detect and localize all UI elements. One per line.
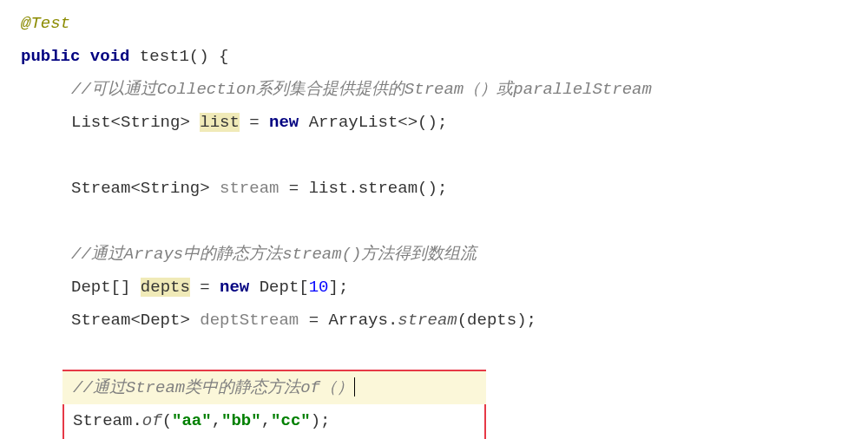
comment-line-1: //可以通过Collection系列集合提供提供的Stream（）或parall… [21,73,868,106]
dept-arr-type: Dept[] [71,278,141,297]
keyword-void: void [90,47,130,66]
eq-2: = [190,278,220,297]
stream-dept-type: Stream<Dept> [71,311,200,330]
method-stream: stream [398,311,457,330]
var-deptstream: deptStream [200,311,299,330]
str-cc: "cc" [271,411,311,430]
num-10: 10 [309,278,329,297]
list-type: List<String> [71,113,200,132]
stream-type: Stream<String> [71,179,220,198]
var-depts: depts [141,278,190,297]
parens-brace: () { [189,47,229,66]
eq-1: = [240,113,269,132]
keyword-new-1: new [269,113,299,132]
keyword-public: public [21,47,80,66]
stream-cls: Stream. [73,411,142,430]
str-bb: "bb" [221,411,261,430]
stream-rest: = list.stream(); [279,179,447,198]
stream-decl-line: Stream<String> stream = list.stream(); [21,172,868,205]
blank-line-2 [21,205,868,238]
comma-1: , [212,411,221,430]
method-name: test1 [140,47,189,66]
comment-3: //通过Stream类中的静态方法of（） [73,378,353,397]
method-signature-line: public void test1() { [21,40,868,73]
comment-1: //可以通过Collection系列集合提供提供的Stream（）或parall… [71,80,652,99]
deptstream-decl-line: Stream<Dept> deptStream = Arrays.stream(… [21,304,868,337]
text-cursor [354,377,355,396]
comment-line-2: //通过Arrays中的静态方法stream()方法得到数组流 [21,238,868,271]
annotation-line: @Test [21,7,868,40]
blank-line-3 [21,337,868,370]
highlighted-region: //通过Stream类中的静态方法of（） Stream.of("aa","bb… [62,370,486,439]
str-aa: "aa" [172,411,212,430]
paren-open: ( [162,411,172,430]
method-of: of [142,411,162,430]
dept-arr-open: Dept[ [249,278,308,297]
var-list: list [200,113,240,132]
var-stream: stream [220,179,279,198]
arrays-dot: = Arrays. [299,311,398,330]
depts-decl-line: Dept[] depts = new Dept[10]; [21,271,868,304]
blank-line-1 [21,139,868,172]
list-decl-line: List<String> list = new ArrayList<>(); [21,106,868,139]
dept-arr-close: ]; [329,278,349,297]
streamof-line: Stream.of("aa","bb","cc"); [64,404,476,437]
comment-2: //通过Arrays中的静态方法stream()方法得到数组流 [71,245,477,264]
ctor-arraylist: ArrayList<>(); [299,113,447,132]
keyword-new-2: new [220,278,249,297]
annotation-test: @Test [21,14,70,33]
comment-line-3: //通过Stream类中的静态方法of（） [62,371,486,404]
deptstream-rest: (depts); [457,311,536,330]
paren-close: ); [311,411,331,430]
comma-2: , [261,411,271,430]
